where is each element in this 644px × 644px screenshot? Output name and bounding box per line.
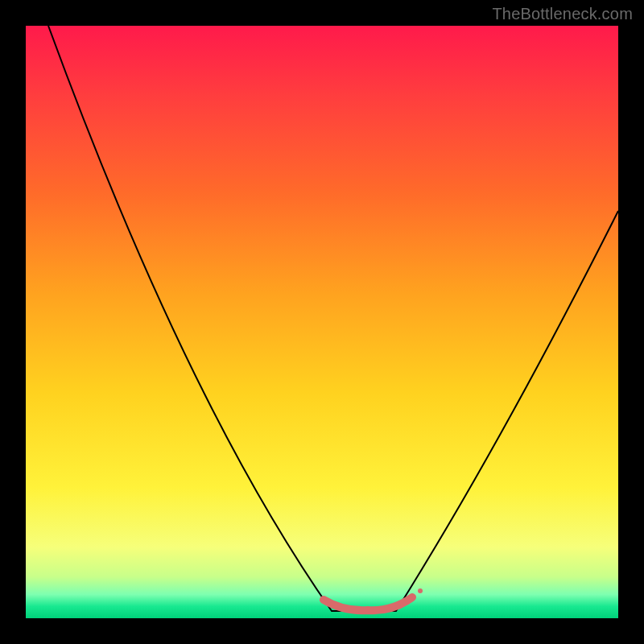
watermark-text: TheBottleneck.com [492, 5, 633, 23]
curve-path [48, 26, 618, 611]
chart-stage: TheBottleneck.com [0, 0, 644, 644]
valley-highlight [324, 597, 412, 610]
chart-plot-area [26, 26, 618, 618]
valley-spot [418, 588, 423, 593]
bottleneck-curve [26, 26, 618, 618]
